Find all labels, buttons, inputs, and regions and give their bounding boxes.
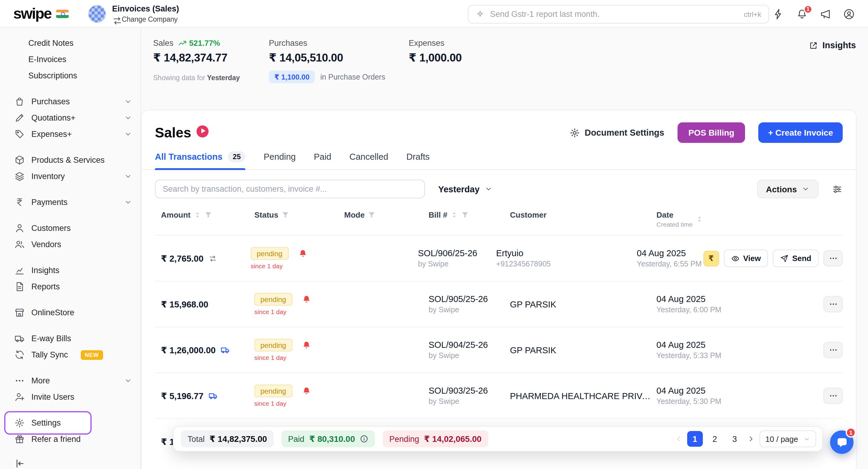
sidebar-item-label: Customers	[31, 224, 71, 233]
row-more-button[interactable]	[824, 296, 843, 312]
sales-summary-label: Sales	[153, 39, 174, 48]
total-label: Total	[187, 434, 205, 443]
sidebar-item-payments[interactable]: Payments	[0, 194, 141, 210]
sidebar-item-reports[interactable]: Reports	[0, 279, 141, 295]
megaphone-icon[interactable]	[820, 8, 831, 20]
customer-name: PHARMEDA HEALTHCARE PRIVAT...	[510, 391, 653, 401]
sidebar-item-products-services[interactable]: Products & Services	[0, 152, 141, 168]
column-bill: Bill #	[429, 210, 447, 219]
sidebar-item-credit-notes[interactable]: Credit Notes	[0, 35, 141, 51]
column-date-sub: Created time	[656, 221, 692, 228]
document-settings-button[interactable]: Document Settings	[569, 127, 664, 138]
actions-dropdown[interactable]: Actions	[757, 180, 818, 198]
next-page-icon[interactable]	[747, 435, 755, 443]
sidebar-item-onlinestore[interactable]: OnlineStore	[0, 305, 141, 321]
table-row[interactable]: ₹ 2,765.00 pending since 1 day SOL/906/2…	[155, 235, 843, 281]
pending-value: ₹ 14,02,065.00	[424, 434, 482, 444]
row-more-button[interactable]	[824, 387, 843, 404]
amount-value: ₹ 1,26,000.00	[161, 345, 216, 355]
global-search[interactable]: ctrl+k	[468, 5, 769, 24]
tab-pending[interactable]: Pending	[264, 151, 296, 169]
swap-icon	[112, 16, 119, 22]
products-icon	[14, 155, 25, 165]
reminder-bell-icon[interactable]	[302, 295, 311, 304]
table-row[interactable]: ₹ 5,196.77 pending since 1 day SOL/903/2…	[155, 373, 843, 418]
filter-funnel-icon[interactable]	[281, 211, 289, 219]
info-icon[interactable]	[360, 435, 368, 443]
sidebar-item-insights[interactable]: Insights	[0, 262, 141, 279]
transaction-search[interactable]	[155, 180, 425, 198]
total-pill: Total ₹ 14,82,375.00	[181, 430, 274, 447]
tab-label: All Transactions	[155, 152, 222, 162]
table-row[interactable]: ₹ 15,968.00 pending since 1 day SOL/905/…	[155, 281, 843, 327]
totals-bar: Total ₹ 14,82,375.00 Paid ₹ 80,310.00 Pe…	[173, 426, 823, 451]
sidebar-item-customers[interactable]: Customers	[0, 220, 141, 236]
view-button[interactable]: View	[724, 250, 768, 267]
chevron-down-icon	[804, 436, 810, 442]
tab-drafts[interactable]: Drafts	[406, 151, 430, 169]
sidebar-item-expenses[interactable]: Expenses+	[0, 126, 141, 142]
summary-sales: Sales 521.77% ₹ 14,82,374.77 Showing dat…	[153, 39, 269, 82]
table-row[interactable]: ₹ 1,26,000.00 pending since 1 day SOL/90…	[155, 327, 843, 373]
sidebar-item-quotations[interactable]: Quotations+	[0, 110, 141, 126]
send-button[interactable]: Send	[773, 250, 818, 267]
transaction-search-input[interactable]	[163, 184, 417, 193]
reminder-bell-icon[interactable]	[302, 386, 311, 396]
column-status: Status	[254, 210, 278, 219]
insights-link[interactable]: Insights	[809, 40, 856, 50]
pos-billing-button[interactable]: POS Billing	[678, 122, 745, 143]
play-video-icon[interactable]	[196, 125, 209, 137]
tab-all-transactions[interactable]: All Transactions 25	[155, 151, 246, 169]
chat-icon	[836, 436, 848, 448]
sort-icon[interactable]	[193, 211, 201, 219]
global-search-input[interactable]	[490, 10, 738, 19]
sidebar-item-subscriptions[interactable]: Subscriptions	[0, 67, 141, 84]
sales-title: Sales	[155, 124, 191, 141]
lightning-icon[interactable]	[773, 8, 784, 20]
table-controls: Yesterday Actions	[155, 180, 843, 198]
sidebar-item-tally-sync[interactable]: Tally Sync NEW	[0, 347, 141, 363]
page-size-select[interactable]: 10 / page	[760, 430, 816, 447]
sidebar-item-e-invoices[interactable]: E-Invoices	[0, 51, 141, 67]
sidebar-item-settings[interactable]: Settings	[0, 415, 141, 431]
tab-cancelled[interactable]: Cancelled	[349, 151, 388, 169]
sidebar-item-purchases[interactable]: Purchases	[0, 93, 141, 110]
tab-paid[interactable]: Paid	[314, 151, 331, 169]
send-label: Send	[792, 254, 811, 263]
change-company-button[interactable]: Change Company	[112, 15, 179, 23]
sort-icon[interactable]	[450, 211, 458, 219]
sidebar-item-vendors[interactable]: Vendors	[0, 236, 141, 253]
sidebar-item-more[interactable]: More	[0, 373, 141, 389]
india-flag-icon	[56, 9, 69, 18]
bell-icon[interactable]: 1	[796, 8, 808, 20]
reminder-bell-icon[interactable]	[302, 341, 311, 350]
sidebar-item-invite-users[interactable]: Invite Users	[0, 389, 141, 405]
swipe-logo[interactable]: swipe	[13, 5, 69, 22]
row-more-button[interactable]	[824, 342, 843, 358]
prev-page-icon[interactable]	[675, 435, 683, 443]
reminder-bell-icon[interactable]	[298, 249, 307, 258]
filter-funnel-icon[interactable]	[461, 211, 469, 219]
sidebar-item-label: Quotations+	[31, 113, 75, 122]
filter-funnel-icon[interactable]	[368, 211, 375, 219]
paid-value: ₹ 80,310.00	[309, 434, 355, 444]
record-payment-button[interactable]: ₹	[704, 250, 719, 266]
app-root: swipe Einvoices (Sales) Change Company c…	[0, 0, 868, 469]
page-button-2[interactable]: 2	[707, 431, 723, 447]
page-button-3[interactable]: 3	[727, 431, 743, 447]
bill-number: SOL/905/25-26	[429, 294, 510, 304]
sidebar-item-inventory[interactable]: Inventory	[0, 168, 141, 184]
sort-icon[interactable]	[695, 215, 704, 223]
filter-funnel-icon[interactable]	[204, 211, 212, 219]
page-button-1[interactable]: 1	[687, 431, 703, 447]
top-icon-group: 1	[773, 0, 855, 28]
sidebar-collapse-icon[interactable]	[14, 458, 25, 469]
chat-launcher-button[interactable]: 1	[830, 430, 854, 454]
period-filter-dropdown[interactable]: Yesterday	[438, 184, 492, 194]
create-invoice-button[interactable]: + Create Invoice	[758, 122, 843, 143]
row-more-button[interactable]	[824, 250, 843, 267]
sidebar-item-label: Payments	[31, 198, 67, 207]
profile-icon[interactable]	[843, 8, 855, 20]
sidebar-item-eway-bills[interactable]: E-way Bills	[0, 330, 141, 347]
column-settings-icon[interactable]	[832, 184, 843, 194]
